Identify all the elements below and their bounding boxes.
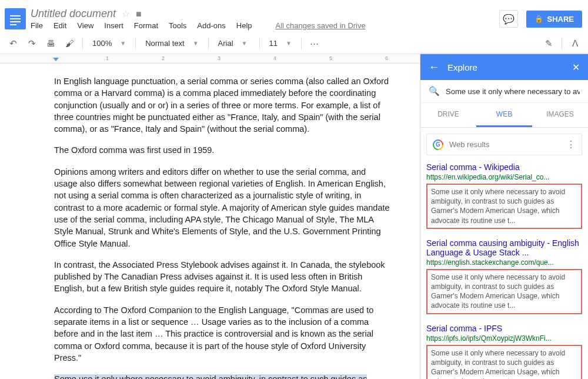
document-page[interactable]: In English language punctuation, a seria… xyxy=(0,64,412,379)
result-snippet: Some use it only where necessary to avoi… xyxy=(426,184,582,229)
paragraph[interactable]: The Oxford comma was first used in 1959. xyxy=(54,144,390,156)
explore-panel: ← Explore ✕ 🔍 DRIVE WEB IMAGES Web resul… xyxy=(420,54,588,379)
save-status[interactable]: All changes saved in Drive xyxy=(276,21,366,30)
zoom-select[interactable]: 100%▼ xyxy=(88,35,131,52)
result-title[interactable]: Serial comma - Wikipedia xyxy=(426,162,582,172)
indent-marker-icon[interactable] xyxy=(53,58,59,61)
explore-tabs: DRIVE WEB IMAGES xyxy=(420,103,588,128)
google-logo-icon xyxy=(433,139,443,150)
star-icon[interactable]: ☆ xyxy=(122,8,130,19)
menu-view[interactable]: View xyxy=(77,21,93,30)
redo-button[interactable]: ↷ xyxy=(24,35,40,52)
tab-web[interactable]: WEB xyxy=(476,103,532,127)
app-header: Untitled document ☆ ■ File Edit View Ins… xyxy=(0,0,588,33)
ruler-mark: 6 xyxy=(385,55,388,61)
result-url: https://ipfs.io/ipfs/QmXoypizjW3WknFi... xyxy=(426,334,582,343)
share-label: SHARE xyxy=(547,15,574,24)
paragraph[interactable]: According to The Oxford Companion to the… xyxy=(54,304,390,364)
more-formatting-button[interactable]: ⋯ xyxy=(306,35,323,52)
formatting-toolbar: ↶ ↷ 🖶 🖌 100%▼ Normal text▼ Arial▼ 11▼ ⋯ … xyxy=(0,33,588,54)
comment-icon: 💬 xyxy=(503,14,514,25)
explore-search-row: 🔍 xyxy=(420,80,588,103)
selected-text[interactable]: Some use it only where necessary to avoi… xyxy=(54,374,375,379)
back-icon[interactable]: ← xyxy=(429,61,439,74)
more-options-icon[interactable]: ⋮ xyxy=(566,139,576,150)
result-url: https://en.wikipedia.org/wiki/Serial_co.… xyxy=(426,173,582,181)
paragraph[interactable]: In English language punctuation, a seria… xyxy=(54,75,390,135)
ruler-mark: 3 xyxy=(218,55,220,61)
menu-addons[interactable]: Add-ons xyxy=(197,21,225,30)
result-title[interactable]: Serial comma causing ambiguity - English… xyxy=(426,238,582,257)
close-icon[interactable]: ✕ xyxy=(572,62,580,73)
ruler-mark: 2 xyxy=(162,55,165,61)
ruler-mark: 4 xyxy=(273,55,276,61)
horizontal-ruler[interactable]: 1 2 3 4 5 6 xyxy=(0,54,420,64)
menu-edit[interactable]: Edit xyxy=(54,21,66,30)
search-result: Serial comma - IPFS https://ipfs.io/ipfs… xyxy=(426,324,582,380)
document-canvas[interactable]: 1 2 3 4 5 6 In English language punctuat… xyxy=(0,54,420,379)
font-size-select[interactable]: 11▼ xyxy=(265,35,296,52)
menu-tools[interactable]: Tools xyxy=(169,21,186,30)
style-select[interactable]: Normal text▼ xyxy=(141,35,203,52)
main-area: 1 2 3 4 5 6 In English language punctuat… xyxy=(0,54,588,379)
document-title[interactable]: Untitled document xyxy=(31,8,116,20)
web-results-header: Web results ⋮ xyxy=(426,134,582,155)
ruler-mark: 1 xyxy=(106,55,109,61)
folder-icon[interactable]: ■ xyxy=(136,9,142,19)
print-button[interactable]: 🖶 xyxy=(42,35,59,52)
editing-mode-button[interactable]: ✎ xyxy=(540,35,557,52)
collapse-button[interactable]: ᐱ xyxy=(567,35,583,52)
explore-title: Explore xyxy=(447,62,564,72)
tab-drive[interactable]: DRIVE xyxy=(420,103,476,127)
explore-search-input[interactable] xyxy=(446,87,580,96)
ruler-mark: 5 xyxy=(329,55,332,61)
result-snippet: Some use it only where necessary to avoi… xyxy=(426,345,582,380)
title-area: Untitled document ☆ ■ File Edit View Ins… xyxy=(31,8,499,30)
paragraph[interactable]: In contrast, the Associated Press Styleb… xyxy=(54,259,390,295)
docs-logo-icon xyxy=(10,14,21,24)
font-select[interactable]: Arial▼ xyxy=(213,35,255,52)
menu-insert[interactable]: Insert xyxy=(104,21,123,30)
search-icon: 🔍 xyxy=(429,86,440,97)
undo-button[interactable]: ↶ xyxy=(5,35,21,52)
paragraph[interactable]: Opinions among writers and editors diffe… xyxy=(54,166,390,250)
search-result: Serial comma - Wikipedia https://en.wiki… xyxy=(426,162,582,229)
lock-icon: 🔒 xyxy=(534,15,543,23)
caret-icon: ▼ xyxy=(193,40,199,46)
caret-icon: ▼ xyxy=(120,40,126,46)
comments-button[interactable]: 💬 xyxy=(499,10,518,28)
result-title[interactable]: Serial comma - IPFS xyxy=(426,324,582,333)
web-results-label: Web results xyxy=(449,140,489,149)
result-snippet: Some use it only where necessary to avoi… xyxy=(426,269,582,314)
search-result: Serial comma causing ambiguity - English… xyxy=(426,238,582,314)
menu-help[interactable]: Help xyxy=(236,21,252,30)
menu-bar: File Edit View Insert Format Tools Add-o… xyxy=(31,21,499,30)
explore-body: Web results ⋮ Serial comma - Wikipedia h… xyxy=(420,128,588,379)
explore-header: ← Explore ✕ xyxy=(420,54,588,80)
paragraph-highlighted[interactable]: Some use it only where necessary to avoi… xyxy=(54,373,390,379)
menu-file[interactable]: File xyxy=(31,21,43,30)
caret-icon: ▼ xyxy=(286,40,292,46)
share-button[interactable]: 🔒 SHARE xyxy=(526,11,582,28)
menu-format[interactable]: Format xyxy=(134,21,158,30)
tab-images[interactable]: IMAGES xyxy=(532,103,588,127)
docs-logo[interactable] xyxy=(5,8,26,29)
result-url: https://english.stackexchange.com/que... xyxy=(426,258,582,267)
caret-icon: ▼ xyxy=(242,40,248,46)
paint-format-button[interactable]: 🖌 xyxy=(61,35,78,52)
